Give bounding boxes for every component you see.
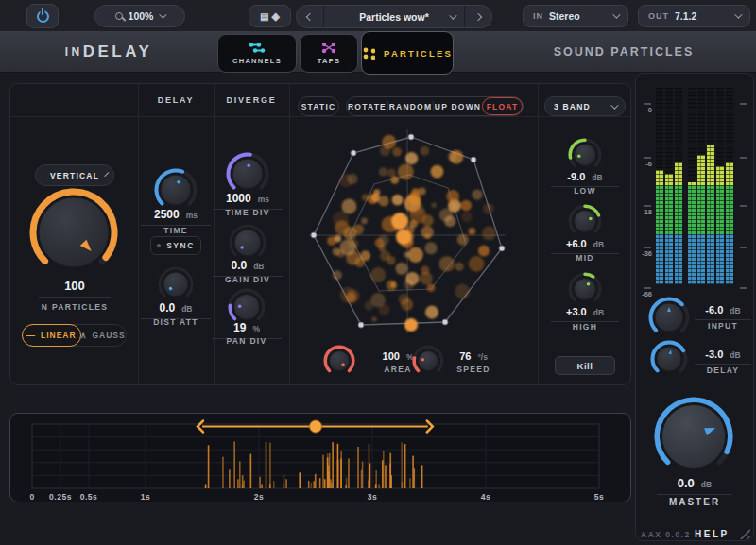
timeline-panel[interactable]: 00.25s0.5s1s2s3s4s5s — [9, 413, 631, 502]
low-band-value: -9.0 — [567, 171, 585, 182]
linear-option[interactable]: — LINEAR — [22, 324, 81, 347]
gauss-option[interactable]: ∧ GAUSS — [80, 325, 126, 346]
master-knob[interactable] — [654, 397, 733, 476]
input-value-row: -6.0 dB — [695, 304, 751, 320]
magnifier-icon — [115, 12, 123, 20]
delay-column-header: DELAY — [138, 84, 214, 116]
time-knob[interactable] — [154, 168, 198, 212]
help-button[interactable]: HELP — [695, 529, 730, 539]
range-center-handle — [310, 420, 322, 433]
zoom-select[interactable]: 100% — [94, 5, 185, 27]
distribution-select[interactable]: VERTICAL — [35, 164, 114, 186]
tab-channels[interactable]: CHANNELS — [217, 34, 297, 73]
time-div-knob[interactable] — [226, 152, 269, 196]
gain-div-value: 0.0 — [231, 259, 247, 272]
dist-att-knob[interactable] — [158, 266, 194, 302]
footer: AAX 0.0.2 HELP — [636, 519, 753, 541]
out-label: OUT — [648, 11, 669, 21]
linear-icon: — — [26, 331, 36, 340]
tab-taps-label: TAPS — [318, 57, 341, 65]
gauss-curve-icon: ∧ — [80, 331, 88, 340]
master-value-row: 0.0 dB — [657, 476, 732, 495]
n-particles-knob[interactable] — [29, 188, 118, 277]
power-icon — [37, 10, 49, 23]
particles-icon — [362, 46, 375, 60]
pan-div-knob[interactable] — [228, 288, 266, 326]
particle-stage[interactable] — [294, 122, 538, 339]
input-format-select[interactable]: IN Stereo — [523, 5, 628, 27]
speed-value: 76 — [459, 350, 471, 362]
high-band-knob[interactable] — [568, 272, 602, 306]
input-value: -6.0 — [705, 304, 723, 315]
tab-channels-label: CHANNELS — [232, 57, 282, 65]
gain-div-label: GAIN DIV — [210, 275, 285, 284]
input-gain-knob[interactable] — [648, 297, 690, 338]
linear-gauss-toggle: — LINEAR ∧ GAUSS — [22, 324, 127, 347]
updown-mode-button[interactable]: UP DOWN — [434, 97, 482, 115]
random-mode-button[interactable]: RANDOM — [388, 97, 433, 115]
band-count-select[interactable]: 3 BAND — [544, 96, 626, 116]
low-band-unit: dB — [592, 173, 602, 182]
power-button[interactable] — [26, 4, 59, 28]
gain-div-knob[interactable] — [229, 224, 266, 262]
sync-button[interactable]: SYNC — [150, 236, 201, 255]
distribution-value: VERTICAL — [50, 171, 99, 180]
master-unit: dB — [701, 480, 712, 489]
output-panel: 0-6-18-36-66 -6.0 dB INPUT -3.0 dB DELAY… — [635, 73, 754, 541]
preset-select[interactable]: Particles wow* — [324, 6, 464, 27]
low-band-knob[interactable] — [568, 138, 602, 172]
chevron-down-icon — [160, 10, 167, 18]
mid-band-value: +6.0 — [566, 238, 587, 249]
area-knob[interactable] — [323, 345, 355, 377]
chevron-down-icon — [612, 10, 620, 18]
n-particles-value-row: 100 — [39, 279, 111, 298]
in-value: Stereo — [549, 10, 580, 22]
toolbar: 100% ▤ ◈ Particles wow* IN Stereo — [0, 0, 756, 31]
master-label: MASTER — [647, 497, 742, 507]
diamond-icon: ◈ — [271, 10, 279, 23]
time-unit: ms — [186, 211, 198, 220]
sync-led — [157, 244, 161, 247]
time-div-unit: ms — [258, 195, 269, 204]
speed-knob[interactable] — [412, 345, 444, 377]
out-value: 7.1.2 — [675, 10, 696, 22]
pan-div-label: PAN DIV — [209, 336, 284, 346]
dist-att-unit: dB — [181, 304, 192, 314]
float-mode-button[interactable]: FLOAT — [482, 97, 523, 115]
preset-next-button[interactable] — [465, 6, 491, 27]
timeline-svg — [10, 414, 630, 502]
dist-att-value: 0.0 — [159, 301, 175, 315]
low-band-value-row: -9.0 dB — [551, 171, 619, 187]
speed-label: SPEED — [445, 365, 502, 374]
static-mode-button[interactable]: STATIC — [298, 96, 339, 116]
chevron-down-icon — [449, 11, 456, 19]
delay-value: -3.0 — [705, 349, 723, 360]
preset-prev-button[interactable] — [297, 6, 323, 27]
band-count-value: 3 BAND — [554, 102, 591, 111]
preset-browser-button[interactable]: ▤ ◈ — [249, 5, 291, 27]
delay-gain-knob[interactable] — [650, 340, 688, 378]
speed-unit: °/s — [477, 352, 488, 362]
kill-button[interactable]: Kill — [555, 356, 615, 375]
preset-nav: Particles wow* — [296, 5, 492, 28]
area-value: 100 — [383, 350, 400, 362]
time-div-label: TIME DIV — [210, 208, 285, 217]
chevron-down-icon — [105, 172, 110, 177]
input-unit: dB — [730, 306, 740, 315]
delay-label: DELAY — [695, 366, 751, 375]
resize-grip[interactable] — [737, 526, 750, 539]
particles-main-panel: DELAY DIVERGE VERTICAL 100 N PARTICLES —… — [9, 83, 631, 385]
taps-icon — [319, 42, 338, 54]
plugin-window: 100% ▤ ◈ Particles wow* IN Stereo — [0, 0, 756, 545]
app-logo: INDELAY — [52, 31, 165, 73]
motion-mode-group: ROTATE RANDOM UP DOWN FLOAT — [346, 96, 524, 116]
tab-particles[interactable]: PARTICLES — [361, 31, 454, 75]
rotate-mode-button[interactable]: ROTATE — [347, 97, 387, 115]
mid-band-value-row: +6.0 dB — [551, 238, 619, 254]
n-particles-value: 100 — [64, 279, 85, 293]
output-format-select[interactable]: OUT 7.1.2 — [638, 5, 750, 27]
chevron-right-icon — [474, 12, 482, 20]
tab-taps[interactable]: TAPS — [300, 34, 358, 73]
mid-band-knob[interactable] — [568, 204, 602, 238]
version-text: AAX 0.0.2 — [641, 530, 691, 539]
